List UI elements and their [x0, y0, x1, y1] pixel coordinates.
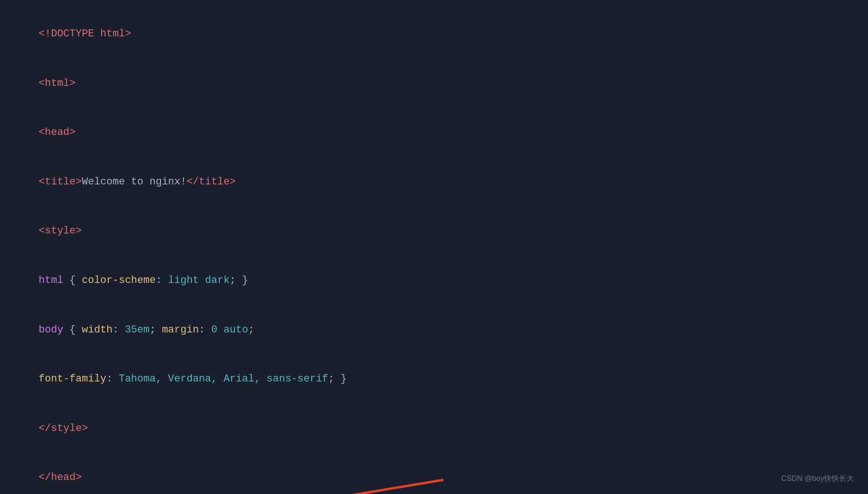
css-value-font: Tahoma, Verdana, Arial, sans-serif — [119, 373, 328, 385]
css-selector-body: body — [39, 324, 63, 336]
html-open-tag: <html> — [39, 78, 76, 89]
code-editor: <!DOCTYPE html> <html> <head> <title>Wel… — [0, 0, 868, 494]
css-colon-3: : — [199, 324, 211, 336]
css-value-width: 35em — [125, 324, 150, 336]
line-9: </style> — [14, 404, 854, 453]
css-colon-4: : — [106, 373, 119, 385]
css-value-1: light dark — [168, 275, 230, 286]
head-open-tag: <head> — [39, 127, 76, 138]
css-value-margin: 0 auto — [211, 324, 248, 336]
title-open-tag: <title> — [39, 176, 82, 188]
line-8: font-family: Tahoma, Verdana, Arial, san… — [14, 354, 854, 404]
line-1: <!DOCTYPE html> — [14, 9, 854, 59]
line-3: <head> — [14, 108, 854, 157]
css-property-font: font-family — [39, 373, 106, 385]
line-6: html { color-scheme: light dark; } — [14, 256, 854, 305]
line-4: <title>Welcome to nginx!</title> — [14, 157, 854, 207]
style-open-tag: <style> — [39, 225, 82, 237]
css-brace-open-2: { — [63, 324, 82, 336]
title-close-tag: </title> — [187, 176, 236, 188]
css-semicolon-1: ; } — [230, 275, 248, 286]
head-close-tag: </head> — [39, 472, 82, 483]
line-5: <style> — [14, 206, 854, 256]
css-semi-4: ; } — [328, 373, 347, 385]
css-semi-3: ; — [248, 324, 254, 336]
line-10: </head> — [14, 453, 854, 494]
title-text: Welcome to nginx! — [82, 176, 186, 188]
csdn-watermark: CSDN @boy快快长大 — [781, 473, 854, 485]
css-property-1: color-scheme — [82, 275, 155, 286]
css-brace-open: { — [63, 275, 82, 286]
line-7: body { width: 35em; margin: 0 auto; — [14, 305, 854, 354]
css-colon-1: : — [156, 275, 168, 286]
doctype-tag: <!DOCTYPE html> — [39, 28, 131, 40]
css-property-margin: margin — [162, 324, 199, 336]
css-property-width: width — [82, 324, 112, 336]
style-close-tag: </style> — [39, 423, 88, 434]
css-semi-2: ; — [149, 324, 161, 336]
css-colon-2: : — [112, 324, 125, 336]
line-2: <html> — [14, 59, 854, 108]
css-selector-html: html — [39, 275, 63, 286]
